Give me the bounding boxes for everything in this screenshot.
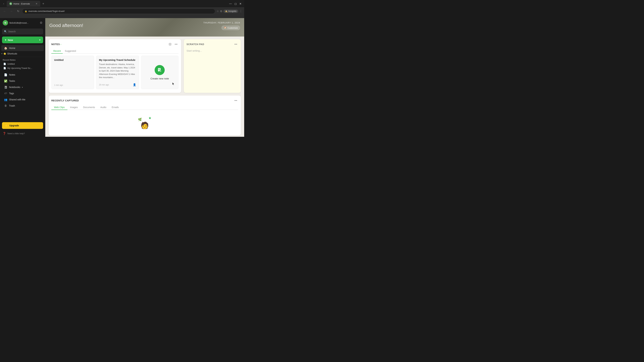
help-button[interactable]: ❓ Need a little help?: [0, 130, 45, 137]
sidebar-item-shared[interactable]: 👥 Shared with Me: [1, 96, 44, 103]
new-dropdown-arrow-icon[interactable]: ▾: [39, 38, 40, 41]
shortcuts-collapse-icon: ▾: [1, 52, 2, 55]
sidebar-item-shortcuts[interactable]: ▾ ⭐ Shortcuts: [0, 51, 45, 56]
note-icon: 📄: [3, 63, 6, 65]
note-card-untitled[interactable]: Untitled 1 min ago: [51, 56, 94, 89]
note-card-travel[interactable]: My Upcoming Travel Schedule Travel desti…: [96, 56, 139, 89]
note-travel-title: My Upcoming Travel Schedule: [99, 58, 136, 61]
settings-gear-icon[interactable]: ⚙: [40, 21, 42, 25]
rc-tab-audio[interactable]: Audio: [98, 105, 109, 110]
recent-note-travel-name: My Upcoming Travel Sc...: [8, 67, 32, 69]
rc-tab-images[interactable]: Images: [68, 105, 80, 110]
sidebar-item-trash[interactable]: 🗑 Trash: [1, 103, 44, 109]
sidebar-item-home[interactable]: 🏠 Home: [1, 45, 44, 51]
new-tab-button[interactable]: +: [41, 1, 46, 6]
back-button[interactable]: ←: [2, 8, 8, 14]
sidebar-item-shared-label: Shared with Me: [9, 98, 25, 101]
sidebar-item-tasks[interactable]: ✅ Tasks: [1, 78, 44, 84]
help-label: Need a little help?: [8, 132, 25, 135]
recent-note-untitled[interactable]: 📄 Untitled: [3, 62, 42, 66]
bookmark-star-icon[interactable]: ☆: [216, 9, 219, 13]
notes-card-actions: •••: [168, 42, 178, 46]
tab-favicon: [10, 2, 12, 5]
sidebar-item-notes[interactable]: 📄 Notes: [1, 72, 44, 78]
close-button[interactable]: ✕: [239, 2, 242, 5]
upgrade-button[interactable]: ⚡ Upgrade: [2, 122, 43, 129]
create-note-label: Create new note: [150, 77, 169, 80]
note-untitled-time: 1 min ago: [54, 84, 63, 86]
create-note-icon: [155, 65, 165, 75]
notebooks-icon: 📓: [4, 85, 8, 89]
rc-more-button[interactable]: •••: [234, 98, 238, 103]
minimize-button[interactable]: —: [229, 2, 232, 5]
scratch-pad-header: SCRATCH PAD •••: [186, 42, 238, 46]
browser-chrome: ‹ Home - Evernote ✕ + — ◻ ✕ ← → ↻ 🔒 ever…: [0, 0, 244, 18]
scratch-pad-title: SCRATCH PAD: [186, 43, 204, 45]
new-button[interactable]: + New ▾: [2, 36, 43, 43]
url-text: evernote.com/client/web?login=true#/: [28, 10, 213, 12]
customize-icon: 🏠: [224, 26, 226, 29]
navigation-bar: ← → ↻ 🔒 evernote.com/client/web?login=tr…: [0, 7, 244, 15]
notes-tabs: Recent Suggested: [51, 49, 178, 54]
notes-arrow-icon[interactable]: ›: [60, 43, 62, 45]
tab-suggested[interactable]: Suggested: [63, 49, 78, 54]
split-view-icon[interactable]: ⧉: [220, 10, 222, 13]
note-travel-time: 29 min ago: [99, 84, 109, 86]
customize-button[interactable]: 🏠 Customize: [221, 25, 240, 30]
search-label: Search: [8, 30, 16, 33]
tab-title: Home - Evernote: [14, 2, 34, 5]
tab-close-button[interactable]: ✕: [36, 2, 38, 5]
reload-button[interactable]: ↻: [16, 8, 21, 14]
note-travel-body: Travel destinations: Alaska, America, De…: [99, 63, 136, 81]
scratch-pad-more-button[interactable]: •••: [234, 42, 238, 46]
note-icon-2: 📄: [3, 67, 6, 69]
tab-scroll-prev[interactable]: ‹: [1, 1, 6, 6]
search-button[interactable]: 🔍 Search: [2, 28, 43, 34]
forward-button[interactable]: →: [9, 8, 14, 14]
rc-actions: •••: [234, 98, 238, 103]
notes-card-header: NOTES › •••: [51, 42, 178, 46]
create-note-card[interactable]: Create new note: [141, 56, 178, 89]
notebooks-expand-icon[interactable]: ▸: [22, 86, 23, 88]
notes-card: NOTES › ••• Recent Suggested: [49, 39, 181, 93]
incognito-button[interactable]: 🕵 Incognito: [224, 9, 238, 13]
sidebar-item-tags-label: Tags: [9, 92, 14, 95]
main-content: Good afternoon! THURSDAY, FEBRUARY 1, 20…: [45, 18, 244, 137]
rc-tab-webclips[interactable]: Web Clips: [51, 105, 68, 110]
sidebar-item-tags[interactable]: 🏷 Tags: [1, 90, 44, 96]
star-decoration-icon: ★: [148, 116, 152, 120]
avatar[interactable]: N: [3, 20, 8, 25]
tab-recent[interactable]: Recent: [51, 49, 63, 54]
recent-notes-label: Recent Notes: [3, 59, 42, 61]
notes-add-button[interactable]: [168, 42, 172, 46]
scratch-pad-input[interactable]: Start writing...: [186, 49, 238, 52]
sidebar-item-tasks-label: Tasks: [9, 80, 15, 82]
home-icon: 🏠: [4, 46, 8, 50]
upgrade-icon: ⚡: [5, 124, 8, 127]
star-icon: ⭐: [3, 52, 6, 55]
upgrade-label: Upgrade: [10, 124, 19, 127]
rc-title: RECENTLY CAPTURED: [51, 99, 79, 102]
search-icon: 🔍: [4, 30, 7, 33]
note-untitled-footer: 1 min ago: [54, 84, 91, 86]
notes-more-button[interactable]: •••: [174, 42, 178, 46]
notes-grid: Untitled 1 min ago My Upcoming Travel Sc…: [51, 56, 178, 89]
rc-illustration: ★ 🌿 🧑: [138, 116, 152, 129]
scratch-pad-actions: •••: [234, 42, 238, 46]
rc-header: RECENTLY CAPTURED •••: [51, 98, 238, 103]
lock-icon: 🔒: [25, 10, 27, 12]
sidebar-item-trash-label: Trash: [9, 104, 15, 107]
account-info: 5b3c818b@mood...: [10, 21, 38, 24]
menu-button[interactable]: ⋮: [240, 9, 242, 13]
url-bar[interactable]: 🔒 evernote.com/client/web?login=true#/: [22, 8, 215, 14]
rc-tab-documents[interactable]: Documents: [80, 105, 98, 110]
active-tab[interactable]: Home - Evernote ✕: [7, 1, 40, 7]
sidebar-item-notebooks[interactable]: 📓 Notebooks ▸: [1, 84, 44, 90]
rc-tab-emails[interactable]: Emails: [109, 105, 122, 110]
restore-button[interactable]: ◻: [234, 2, 237, 5]
recent-notes-section: Recent Notes 📄 Untitled 📄 My Upcoming Tr…: [0, 57, 45, 71]
nav-section: 🏠 Home ▾ ⭐ Shortcuts Recent Notes 📄 Unti…: [0, 44, 45, 110]
content-area: NOTES › ••• Recent Suggested: [45, 36, 244, 137]
help-icon: ❓: [3, 132, 6, 135]
recent-note-travel[interactable]: 📄 My Upcoming Travel Sc...: [3, 66, 42, 70]
